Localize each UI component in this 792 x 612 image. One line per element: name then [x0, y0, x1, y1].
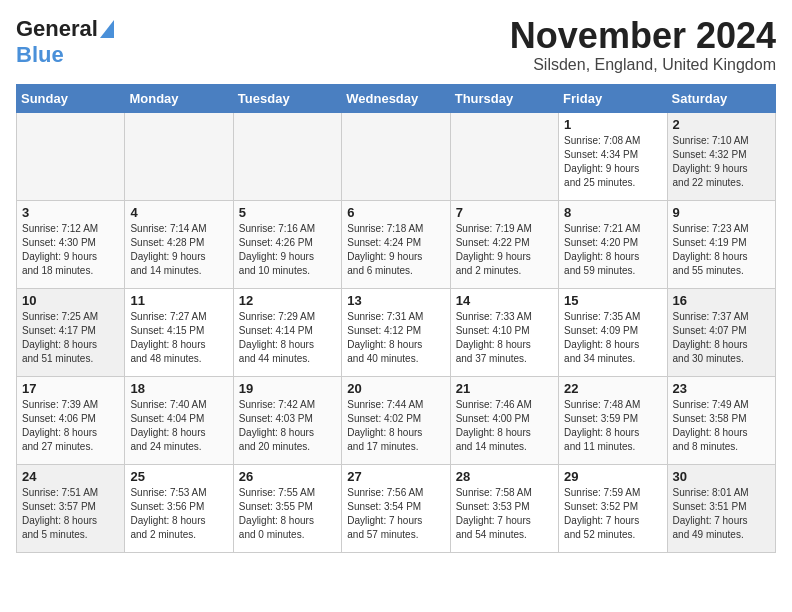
day-number: 29	[564, 469, 661, 484]
day-number: 28	[456, 469, 553, 484]
calendar-cell: 26Sunrise: 7:55 AM Sunset: 3:55 PM Dayli…	[233, 464, 341, 552]
day-info: Sunrise: 7:49 AM Sunset: 3:58 PM Dayligh…	[673, 398, 770, 454]
day-info: Sunrise: 7:35 AM Sunset: 4:09 PM Dayligh…	[564, 310, 661, 366]
calendar-week-2: 3Sunrise: 7:12 AM Sunset: 4:30 PM Daylig…	[17, 200, 776, 288]
day-number: 30	[673, 469, 770, 484]
calendar-cell: 1Sunrise: 7:08 AM Sunset: 4:34 PM Daylig…	[559, 112, 667, 200]
calendar-cell: 19Sunrise: 7:42 AM Sunset: 4:03 PM Dayli…	[233, 376, 341, 464]
calendar-cell: 27Sunrise: 7:56 AM Sunset: 3:54 PM Dayli…	[342, 464, 450, 552]
calendar-cell: 23Sunrise: 7:49 AM Sunset: 3:58 PM Dayli…	[667, 376, 775, 464]
day-number: 27	[347, 469, 444, 484]
day-info: Sunrise: 7:40 AM Sunset: 4:04 PM Dayligh…	[130, 398, 227, 454]
calendar-cell: 8Sunrise: 7:21 AM Sunset: 4:20 PM Daylig…	[559, 200, 667, 288]
month-title: November 2024	[510, 16, 776, 56]
calendar-cell: 2Sunrise: 7:10 AM Sunset: 4:32 PM Daylig…	[667, 112, 775, 200]
day-info: Sunrise: 7:42 AM Sunset: 4:03 PM Dayligh…	[239, 398, 336, 454]
logo-general: General	[16, 16, 98, 42]
day-info: Sunrise: 7:58 AM Sunset: 3:53 PM Dayligh…	[456, 486, 553, 542]
logo-blue: Blue	[16, 42, 64, 68]
day-info: Sunrise: 7:19 AM Sunset: 4:22 PM Dayligh…	[456, 222, 553, 278]
calendar-cell: 24Sunrise: 7:51 AM Sunset: 3:57 PM Dayli…	[17, 464, 125, 552]
day-number: 21	[456, 381, 553, 396]
calendar-cell: 14Sunrise: 7:33 AM Sunset: 4:10 PM Dayli…	[450, 288, 558, 376]
day-info: Sunrise: 7:21 AM Sunset: 4:20 PM Dayligh…	[564, 222, 661, 278]
calendar-week-5: 24Sunrise: 7:51 AM Sunset: 3:57 PM Dayli…	[17, 464, 776, 552]
day-info: Sunrise: 7:14 AM Sunset: 4:28 PM Dayligh…	[130, 222, 227, 278]
day-info: Sunrise: 7:39 AM Sunset: 4:06 PM Dayligh…	[22, 398, 119, 454]
calendar-cell: 29Sunrise: 7:59 AM Sunset: 3:52 PM Dayli…	[559, 464, 667, 552]
day-info: Sunrise: 7:37 AM Sunset: 4:07 PM Dayligh…	[673, 310, 770, 366]
day-info: Sunrise: 7:23 AM Sunset: 4:19 PM Dayligh…	[673, 222, 770, 278]
day-info: Sunrise: 7:53 AM Sunset: 3:56 PM Dayligh…	[130, 486, 227, 542]
day-info: Sunrise: 7:08 AM Sunset: 4:34 PM Dayligh…	[564, 134, 661, 190]
day-number: 26	[239, 469, 336, 484]
title-area: November 2024 Silsden, England, United K…	[510, 16, 776, 74]
calendar-cell: 25Sunrise: 7:53 AM Sunset: 3:56 PM Dayli…	[125, 464, 233, 552]
calendar-cell: 11Sunrise: 7:27 AM Sunset: 4:15 PM Dayli…	[125, 288, 233, 376]
logo: General Blue	[16, 16, 114, 68]
day-number: 8	[564, 205, 661, 220]
header-tuesday: Tuesday	[233, 84, 341, 112]
calendar-cell: 4Sunrise: 7:14 AM Sunset: 4:28 PM Daylig…	[125, 200, 233, 288]
calendar-cell	[450, 112, 558, 200]
calendar-cell: 6Sunrise: 7:18 AM Sunset: 4:24 PM Daylig…	[342, 200, 450, 288]
calendar-week-3: 10Sunrise: 7:25 AM Sunset: 4:17 PM Dayli…	[17, 288, 776, 376]
calendar-cell: 5Sunrise: 7:16 AM Sunset: 4:26 PM Daylig…	[233, 200, 341, 288]
calendar-cell: 20Sunrise: 7:44 AM Sunset: 4:02 PM Dayli…	[342, 376, 450, 464]
calendar-cell: 21Sunrise: 7:46 AM Sunset: 4:00 PM Dayli…	[450, 376, 558, 464]
day-info: Sunrise: 7:10 AM Sunset: 4:32 PM Dayligh…	[673, 134, 770, 190]
header-thursday: Thursday	[450, 84, 558, 112]
day-info: Sunrise: 7:59 AM Sunset: 3:52 PM Dayligh…	[564, 486, 661, 542]
day-info: Sunrise: 7:18 AM Sunset: 4:24 PM Dayligh…	[347, 222, 444, 278]
location: Silsden, England, United Kingdom	[510, 56, 776, 74]
page-header: General Blue November 2024 Silsden, Engl…	[16, 16, 776, 74]
header-friday: Friday	[559, 84, 667, 112]
day-number: 13	[347, 293, 444, 308]
calendar-cell: 3Sunrise: 7:12 AM Sunset: 4:30 PM Daylig…	[17, 200, 125, 288]
day-number: 16	[673, 293, 770, 308]
day-info: Sunrise: 7:46 AM Sunset: 4:00 PM Dayligh…	[456, 398, 553, 454]
day-number: 1	[564, 117, 661, 132]
calendar-cell	[233, 112, 341, 200]
day-info: Sunrise: 7:56 AM Sunset: 3:54 PM Dayligh…	[347, 486, 444, 542]
day-info: Sunrise: 7:48 AM Sunset: 3:59 PM Dayligh…	[564, 398, 661, 454]
day-info: Sunrise: 7:33 AM Sunset: 4:10 PM Dayligh…	[456, 310, 553, 366]
day-number: 3	[22, 205, 119, 220]
day-info: Sunrise: 7:12 AM Sunset: 4:30 PM Dayligh…	[22, 222, 119, 278]
day-number: 10	[22, 293, 119, 308]
calendar-cell: 17Sunrise: 7:39 AM Sunset: 4:06 PM Dayli…	[17, 376, 125, 464]
day-number: 20	[347, 381, 444, 396]
day-info: Sunrise: 7:31 AM Sunset: 4:12 PM Dayligh…	[347, 310, 444, 366]
calendar-cell: 30Sunrise: 8:01 AM Sunset: 3:51 PM Dayli…	[667, 464, 775, 552]
calendar-cell: 13Sunrise: 7:31 AM Sunset: 4:12 PM Dayli…	[342, 288, 450, 376]
header-saturday: Saturday	[667, 84, 775, 112]
day-number: 15	[564, 293, 661, 308]
day-number: 7	[456, 205, 553, 220]
day-number: 17	[22, 381, 119, 396]
day-number: 4	[130, 205, 227, 220]
day-info: Sunrise: 7:25 AM Sunset: 4:17 PM Dayligh…	[22, 310, 119, 366]
day-info: Sunrise: 7:29 AM Sunset: 4:14 PM Dayligh…	[239, 310, 336, 366]
day-info: Sunrise: 7:51 AM Sunset: 3:57 PM Dayligh…	[22, 486, 119, 542]
calendar-cell	[17, 112, 125, 200]
logo-triangle-icon	[100, 20, 114, 38]
header-wednesday: Wednesday	[342, 84, 450, 112]
day-info: Sunrise: 7:16 AM Sunset: 4:26 PM Dayligh…	[239, 222, 336, 278]
calendar-table: SundayMondayTuesdayWednesdayThursdayFrid…	[16, 84, 776, 553]
calendar-cell: 12Sunrise: 7:29 AM Sunset: 4:14 PM Dayli…	[233, 288, 341, 376]
day-info: Sunrise: 7:55 AM Sunset: 3:55 PM Dayligh…	[239, 486, 336, 542]
calendar-cell: 7Sunrise: 7:19 AM Sunset: 4:22 PM Daylig…	[450, 200, 558, 288]
day-info: Sunrise: 7:44 AM Sunset: 4:02 PM Dayligh…	[347, 398, 444, 454]
day-number: 5	[239, 205, 336, 220]
calendar-header-row: SundayMondayTuesdayWednesdayThursdayFrid…	[17, 84, 776, 112]
header-monday: Monday	[125, 84, 233, 112]
day-number: 24	[22, 469, 119, 484]
calendar-cell: 28Sunrise: 7:58 AM Sunset: 3:53 PM Dayli…	[450, 464, 558, 552]
calendar-cell: 10Sunrise: 7:25 AM Sunset: 4:17 PM Dayli…	[17, 288, 125, 376]
calendar-week-4: 17Sunrise: 7:39 AM Sunset: 4:06 PM Dayli…	[17, 376, 776, 464]
day-number: 6	[347, 205, 444, 220]
header-sunday: Sunday	[17, 84, 125, 112]
day-number: 25	[130, 469, 227, 484]
day-info: Sunrise: 8:01 AM Sunset: 3:51 PM Dayligh…	[673, 486, 770, 542]
calendar-cell: 22Sunrise: 7:48 AM Sunset: 3:59 PM Dayli…	[559, 376, 667, 464]
